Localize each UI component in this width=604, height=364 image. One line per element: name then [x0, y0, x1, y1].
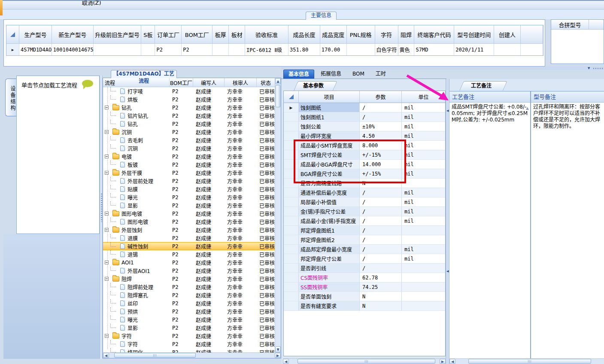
reviewer-cell[interactable]: 方幸幸 [225, 267, 257, 275]
tree-row[interactable]: 铝片钻孔P2赵成捷方幸幸已审核 [103, 112, 275, 120]
scrollbar-thumb[interactable] [276, 85, 280, 107]
main-table-data-row[interactable]: ▶4S7MD1D4AO10010400146755P2P2IPC-6012 Ⅱ级… [6, 43, 543, 55]
parameter-unit[interactable] [402, 264, 445, 273]
column-header[interactable]: 字符 [375, 25, 398, 43]
tree-node[interactable]: 外层干膜 [103, 169, 170, 177]
data-cell[interactable] [347, 43, 375, 55]
bom-factory-cell[interactable]: P2 [170, 161, 193, 169]
status-cell[interactable]: 已审核 [257, 243, 275, 250]
data-cell[interactable] [212, 43, 229, 55]
process-remark-text[interactable]: 成品SMT焊盘尺寸公差: +0.08/-0.05mm; 对于焊盘尺寸≤0.25M… [449, 103, 530, 124]
status-cell[interactable]: 已审核 [257, 283, 275, 291]
tree-node[interactable]: 打字唛 [103, 87, 170, 95]
parameter-label[interactable]: 是否剥引线 [299, 264, 360, 273]
writer-cell[interactable]: 赵成捷 [193, 258, 225, 267]
writer-cell[interactable]: 赵成捷 [193, 161, 225, 169]
status-cell[interactable]: 已审核 [257, 267, 275, 275]
tree-row[interactable]: 阻焊P2赵成捷方幸幸已审核 [103, 275, 275, 283]
parameter-row[interactable]: 是否有缝宽要求N [284, 301, 445, 311]
grid-column-header[interactable]: 单位 [402, 91, 445, 103]
writer-cell[interactable]: 赵成捷 [193, 193, 225, 201]
scroll-left-button[interactable]: ◀ [103, 353, 109, 358]
scroll-right-button[interactable]: ▶ [275, 353, 281, 358]
tree-row[interactable]: 钻孔P2赵成捷方幸幸已审核 [103, 120, 275, 128]
writer-cell[interactable]: 赵成捷 [193, 87, 225, 95]
parameter-unit[interactable]: mil [402, 245, 445, 254]
tree-node[interactable]: 板镀 [103, 161, 170, 169]
collapse-expand-icon[interactable] [105, 228, 109, 232]
tree-row[interactable]: 图形电镀P2赵成捷方幸幸已审核 [103, 209, 275, 218]
reviewer-cell[interactable]: 方幸幸 [225, 136, 257, 144]
column-header[interactable]: 新生产型号 [52, 25, 94, 43]
bom-factory-cell[interactable]: P2 [170, 177, 193, 185]
status-cell[interactable]: 已审核 [257, 201, 275, 209]
reviewer-cell[interactable]: 方幸幸 [225, 243, 257, 250]
status-cell[interactable]: 已审核 [257, 95, 275, 103]
tree-node[interactable]: 显影 [103, 324, 170, 332]
parameter-row[interactable]: 邦定焊盘尺寸公差/mil [284, 254, 445, 264]
tree-row[interactable]: AOI1P2赵成捷方幸幸已审核 [103, 258, 275, 267]
data-cell[interactable]: P2 [182, 43, 212, 55]
parameter-value[interactable]: N [360, 292, 402, 301]
status-cell[interactable]: 已审核 [257, 161, 275, 169]
column-header[interactable]: 生产型号 [19, 25, 52, 43]
status-cell[interactable]: 已审核 [257, 193, 275, 201]
remark-splitter[interactable]: ◀ ◀ [446, 79, 449, 364]
tree-row[interactable]: 板镀P2赵成捷方幸幸已审核 [103, 161, 275, 169]
tab-device-structure[interactable]: 设备结构 [5, 79, 16, 116]
parameter-value[interactable]: 8.000 [360, 141, 402, 150]
bom-factory-cell[interactable]: P2 [170, 103, 193, 112]
tree-column-header[interactable]: 核审人 [225, 78, 257, 87]
tab-detail[interactable]: 工时 [371, 70, 391, 79]
bom-factory-cell[interactable]: P2 [170, 243, 193, 250]
writer-cell[interactable]: 赵成捷 [193, 291, 225, 299]
parameter-unit[interactable] [402, 226, 445, 235]
parameter-value[interactable]: N [360, 301, 402, 311]
bom-factory-cell[interactable]: P2 [170, 120, 193, 128]
bom-factory-cell[interactable]: P2 [170, 332, 193, 340]
remark-horizontal-scrollbar[interactable]: ◀ [449, 358, 604, 364]
data-cell[interactable]: 170.00 [320, 43, 347, 55]
data-cell[interactable]: IPC-6012 Ⅱ级 [245, 43, 288, 55]
status-cell[interactable]: 已审核 [257, 332, 275, 340]
column-header[interactable]: 板厚 [212, 25, 229, 43]
bom-factory-cell[interactable]: P2 [170, 275, 193, 283]
cancel-button[interactable]: 取消(Z) [68, 0, 115, 9]
tree-node[interactable]: 阻焊前处理 [103, 283, 170, 291]
status-cell[interactable]: 已审核 [257, 144, 275, 152]
bom-factory-cell[interactable]: P2 [170, 144, 193, 152]
parameter-unit[interactable] [402, 273, 445, 282]
status-cell[interactable]: 已审核 [257, 226, 275, 234]
reviewer-cell[interactable]: 方幸幸 [225, 299, 257, 307]
parameter-unit[interactable]: mil [402, 103, 445, 112]
tree-row[interactable]: 图形电镀P2赵成捷方幸幸已审核 [103, 218, 275, 226]
collapse-expand-icon[interactable] [105, 277, 109, 281]
column-header[interactable]: 阻焊 [398, 25, 415, 43]
writer-cell[interactable]: 赵成捷 [193, 234, 225, 242]
tree-row[interactable]: 沉铜P2赵成捷方幸幸已审核 [103, 144, 275, 152]
tree-node[interactable]: 外层蚀刻 [103, 226, 170, 234]
tab-basic-parameters[interactable]: 基本参数 [294, 81, 333, 91]
parameter-label[interactable]: 成品邦定焊盘最小宽度 [299, 245, 360, 254]
tab-detail[interactable]: 拓展信息 [316, 70, 346, 79]
bom-factory-cell[interactable]: P2 [170, 95, 193, 103]
parameter-value[interactable]: 74.25 [360, 282, 402, 292]
status-cell[interactable]: 已审核 [257, 152, 275, 161]
tree-node[interactable]: 沉铜 [103, 144, 170, 152]
collapse-expand-icon[interactable] [105, 155, 109, 158]
writer-cell[interactable]: 赵成捷 [193, 136, 225, 144]
tree-row[interactable]: 显影P2赵成捷方幸幸已审核 [103, 201, 275, 209]
status-cell[interactable]: 已审核 [257, 103, 275, 112]
scrollbar-thumb[interactable] [297, 359, 435, 364]
tree-row[interactable]: 退膜P2赵成捷方幸幸已审核 [103, 234, 275, 242]
writer-cell[interactable]: 赵成捷 [193, 201, 225, 209]
tree-node[interactable]: 预烘 [103, 307, 170, 315]
parameter-unit[interactable] [402, 301, 445, 311]
row-selector-header[interactable] [6, 25, 19, 43]
bom-factory-cell[interactable]: P2 [170, 315, 193, 324]
tree-node[interactable]: 电镀 [103, 152, 170, 161]
parameter-label[interactable]: 邦定焊盘图纸2 [299, 235, 360, 245]
tree-node[interactable]: 铝片钻孔 [103, 112, 170, 120]
tree-node[interactable]: 曝光 [103, 315, 170, 324]
parameter-value[interactable]: / [360, 103, 402, 112]
